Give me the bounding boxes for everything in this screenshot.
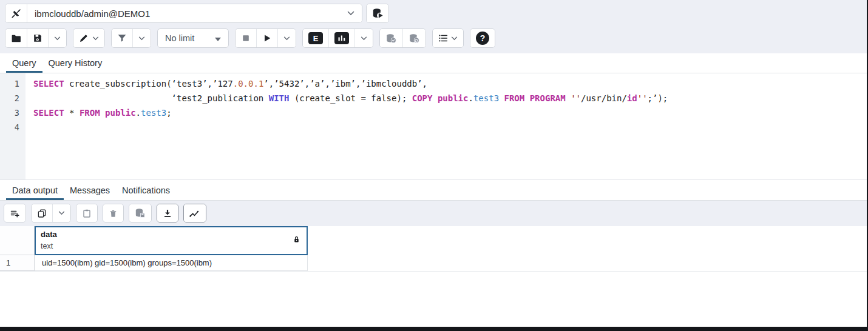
graph-icon-button[interactable] [184, 204, 206, 222]
delete-icon [109, 209, 118, 218]
paste-group [76, 204, 98, 222]
add-row-button[interactable] [4, 204, 25, 222]
line-number: 1 [0, 76, 19, 91]
code-line[interactable]: SELECT * FROM public.test3; [33, 105, 867, 120]
transaction-group [379, 28, 426, 48]
code-line[interactable]: SELECT create_subscription(‘test3’,’127.… [33, 76, 867, 91]
new-connection-group [366, 4, 389, 23]
tab-query[interactable]: Query [6, 54, 42, 73]
filter-icon [117, 33, 127, 43]
chevron-down-icon [283, 36, 290, 41]
macros-button[interactable] [433, 29, 463, 47]
copy-options-button[interactable] [52, 204, 70, 222]
row-limit-value: No limit [165, 33, 194, 43]
commit-button[interactable] [380, 29, 402, 47]
explain-button[interactable]: E [303, 29, 328, 47]
result-grid: data text 1uid=1500(ibm) gid=1500(ibm) g… [0, 226, 867, 283]
delete-button[interactable] [103, 204, 123, 222]
download-button[interactable] [157, 204, 178, 222]
connection-selector[interactable]: ibmclouddb/admin@DEMO1 [27, 4, 362, 22]
save-file-button[interactable] [27, 29, 48, 47]
connection-bar: ibmclouddb/admin@DEMO1 [5, 3, 862, 24]
output-toolbar [0, 201, 867, 226]
stop-icon [241, 33, 251, 43]
line-number: 4 [0, 120, 19, 135]
explain-analyze-icon [334, 32, 349, 44]
stop-button[interactable] [236, 29, 256, 47]
caret-down-icon [215, 33, 221, 43]
column-header-data[interactable]: data text [35, 226, 308, 255]
open-file-icon [11, 33, 21, 44]
save-data-group [129, 204, 152, 222]
save-results-group [157, 204, 178, 222]
connection-status-button[interactable] [5, 4, 27, 22]
chevron-down-icon [54, 36, 61, 41]
data-cell[interactable]: uid=1500(ibm) gid=1500(ibm) groups=1500(… [35, 255, 308, 271]
filter-button[interactable] [112, 29, 132, 47]
tab-query-history[interactable]: Query History [42, 54, 109, 73]
file-group [5, 28, 67, 48]
delete-group [103, 204, 124, 222]
save-data-icon [135, 208, 146, 218]
row-limit-select[interactable]: No limit [157, 28, 229, 48]
code-line[interactable] [33, 120, 867, 135]
chevron-down-icon [347, 11, 354, 16]
new-connection-icon [372, 8, 383, 19]
save-data-button[interactable] [129, 204, 151, 222]
grid-header: data text [0, 226, 867, 255]
save-options-button[interactable] [48, 29, 66, 47]
paste-icon [82, 209, 92, 218]
explain-analyze-button[interactable] [328, 29, 354, 47]
top-toolbars: ibmclouddb/admin@DEMO1 [0, 0, 867, 53]
help-icon: ? [476, 32, 489, 45]
explain-group: E [302, 28, 373, 48]
new-connection-button[interactable] [367, 4, 388, 22]
execute-button[interactable] [256, 29, 277, 47]
help-group: ? [470, 28, 495, 48]
filter-options-button[interactable] [132, 29, 151, 47]
line-number: 3 [0, 105, 19, 120]
row-number-header[interactable] [0, 226, 35, 255]
edit-group [73, 28, 105, 48]
output-tabs: Data output Messages Notifications [0, 180, 867, 201]
line-number-gutter: 1234 [0, 73, 25, 179]
add-row-group [4, 204, 26, 222]
edit-icon [79, 33, 89, 43]
connection-status-icon [11, 8, 21, 19]
connection-group: ibmclouddb/admin@DEMO1 [5, 4, 362, 23]
tab-data-output[interactable]: Data output [6, 181, 64, 200]
paste-button[interactable] [76, 204, 97, 222]
edit-button[interactable] [73, 29, 104, 47]
macro-group [432, 28, 464, 48]
rollback-button[interactable] [402, 29, 426, 47]
code-line[interactable]: ‘test2_publication WITH (create_slot = f… [33, 91, 867, 105]
copy-group [31, 204, 71, 222]
open-file-button[interactable] [5, 29, 27, 47]
chevron-down-icon [58, 211, 65, 215]
graph-group [183, 204, 206, 222]
column-name: data [41, 229, 57, 241]
download-icon [163, 209, 172, 218]
tab-messages[interactable]: Messages [64, 181, 116, 200]
column-header-labels: data text [41, 229, 57, 252]
filter-group [111, 28, 151, 48]
chevron-down-icon [361, 36, 367, 41]
add-row-icon [10, 209, 20, 218]
tab-notifications[interactable]: Notifications [116, 181, 176, 200]
rollback-icon [409, 33, 420, 44]
query-tool-window: ibmclouddb/admin@DEMO1 [0, 0, 868, 331]
row-number-cell[interactable]: 1 [0, 255, 35, 271]
table-row: 1uid=1500(ibm) gid=1500(ibm) groups=1500… [0, 255, 867, 272]
column-lock-icon [293, 235, 300, 246]
explain-options-button[interactable] [354, 29, 373, 47]
copy-button[interactable] [32, 204, 52, 222]
macros-icon [438, 33, 448, 43]
execute-icon [262, 33, 272, 43]
explain-icon: E [308, 32, 323, 44]
execute-options-button[interactable] [277, 29, 296, 47]
copy-icon [37, 209, 47, 218]
save-file-icon [33, 33, 42, 43]
code-lines[interactable]: SELECT create_subscription(‘test3’,’127.… [25, 73, 867, 179]
query-toolbar: No limit [5, 28, 862, 48]
help-button[interactable]: ? [470, 29, 495, 47]
